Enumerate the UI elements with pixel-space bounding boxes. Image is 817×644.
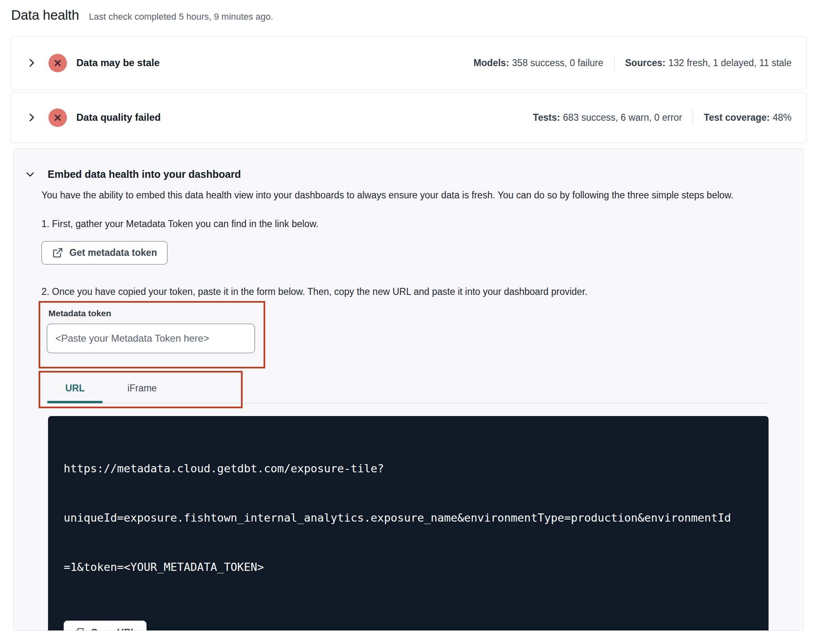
- page-header: Data health Last check completed 5 hours…: [0, 0, 817, 36]
- tab-iframe[interactable]: iFrame: [109, 374, 175, 403]
- external-link-icon: [52, 247, 63, 258]
- tests-stat-label: Tests:: [533, 112, 560, 123]
- models-stat-value: 358 success, 0 failure: [512, 58, 603, 68]
- embed-url-text: https://metadata.cloud.getdbt.com/exposu…: [64, 428, 754, 608]
- embed-panel-header: Embed data health into your dashboard: [25, 168, 779, 180]
- step2-text: 2. Once you have copied your token, past…: [41, 283, 779, 300]
- copy-url-button[interactable]: Copy URL: [64, 621, 147, 631]
- embed-url-line: uniqueId=exposure.fishtown_internal_anal…: [64, 510, 754, 526]
- sources-stat-label: Sources:: [625, 58, 666, 68]
- tab-url[interactable]: URL: [47, 374, 103, 403]
- get-metadata-token-label: Get metadata token: [69, 247, 157, 258]
- stat-divider: [693, 110, 693, 125]
- card-data-quality-failed: Data quality failed Tests:683 success, 6…: [10, 92, 807, 143]
- last-check-status: Last check completed 5 hours, 9 minutes …: [89, 12, 273, 22]
- test-coverage-stat: Test coverage:48%: [704, 112, 792, 123]
- embed-url-line: =1&token=<YOUR_METADATA_TOKEN>: [64, 559, 754, 575]
- tests-stat-value: 683 success, 6 warn, 0 error: [563, 112, 682, 123]
- card-header: Data may be stale: [26, 54, 160, 72]
- tests-stat: Tests:683 success, 6 warn, 0 error: [533, 112, 682, 123]
- embed-url-line: https://metadata.cloud.getdbt.com/exposu…: [64, 460, 754, 477]
- chevron-down-icon: [25, 169, 35, 179]
- metadata-token-input[interactable]: [47, 324, 255, 353]
- metadata-token-label: Metadata token: [48, 308, 264, 318]
- collapse-section-button[interactable]: [25, 169, 35, 179]
- card-stats: Models:358 success, 0 failure Sources:13…: [473, 55, 792, 70]
- card-stats: Tests:683 success, 6 warn, 0 error Test …: [533, 110, 792, 125]
- card-data-may-be-stale: Data may be stale Models:358 success, 0 …: [10, 36, 807, 90]
- get-metadata-token-button[interactable]: Get metadata token: [41, 241, 168, 264]
- x-icon: [53, 113, 62, 122]
- copy-icon: [74, 627, 85, 631]
- error-status-icon: [48, 108, 67, 127]
- x-icon: [53, 58, 62, 68]
- embed-panel-body: You have the ability to embed this data …: [41, 187, 779, 631]
- expand-row-button[interactable]: [26, 112, 37, 123]
- error-status-icon: [48, 54, 67, 72]
- token-annotation-box: Metadata token: [39, 301, 265, 368]
- embed-panel: Embed data health into your dashboard Yo…: [13, 148, 804, 631]
- models-stat-label: Models:: [473, 58, 509, 68]
- tabstrip: URL iFrame: [47, 374, 769, 403]
- embed-output-tabs: URL iFrame: [47, 374, 769, 403]
- sources-stat-value: 132 fresh, 1 delayed, 11 stale: [668, 58, 792, 68]
- page-title: Data health: [11, 7, 79, 23]
- copy-url-label: Copy URL: [91, 627, 136, 631]
- chevron-right-icon: [26, 112, 37, 123]
- sources-stat: Sources:132 fresh, 1 delayed, 11 stale: [625, 58, 792, 69]
- embed-url-code-block: https://metadata.cloud.getdbt.com/exposu…: [48, 416, 769, 631]
- embed-section-title: Embed data health into your dashboard: [48, 168, 241, 180]
- expand-row-button[interactable]: [26, 58, 37, 68]
- test-coverage-stat-label: Test coverage:: [704, 112, 770, 123]
- card-header: Data quality failed: [26, 108, 161, 127]
- card-title: Data quality failed: [76, 112, 161, 123]
- stat-divider: [614, 55, 615, 70]
- step1-text: 1. First, gather your Metadata Token you…: [41, 216, 779, 232]
- chevron-right-icon: [26, 58, 37, 68]
- card-title: Data may be stale: [76, 57, 160, 69]
- models-stat: Models:358 success, 0 failure: [473, 58, 603, 69]
- embed-description: You have the ability to embed this data …: [41, 187, 752, 203]
- test-coverage-stat-value: 48%: [773, 112, 792, 123]
